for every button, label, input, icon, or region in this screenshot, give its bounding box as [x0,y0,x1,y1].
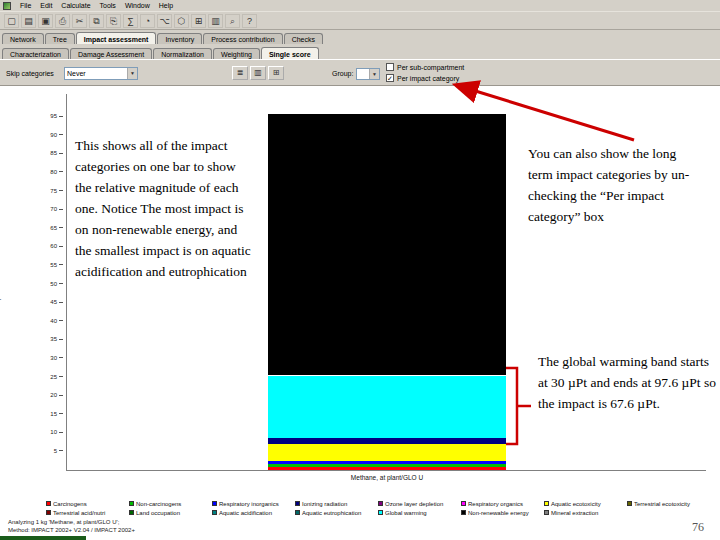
y-tick-50: 50 [42,281,63,287]
legend-item-carcinogens: Carcinogens [46,501,129,507]
y-tick-label: 40 [42,318,57,324]
y-tick-mark [59,357,63,358]
status-line-1: Analyzing 1 kg 'Methane, at plant/GLO U'… [8,519,119,525]
bar-segment-ionizing-radiation[interactable] [268,438,506,444]
y-tick-label: 55 [42,262,57,268]
y-tick-mark [59,339,63,340]
y-tick-55: 55 [42,262,63,268]
y-tick-label: 5 [42,448,57,454]
y-tick-mark [59,209,63,210]
y-axis-line [66,94,67,471]
y-tick-label: 45 [42,299,57,305]
legend-item-terrestrial-acid-nutri: Terrestrial acid/nutri [46,510,129,516]
status-line-2: Method: IMPACT 2002+ V2.04 / IMPACT 2002… [8,527,135,533]
y-tick-mark [59,264,63,265]
y-tick-5: 5 [42,448,63,454]
legend-row-2: Terrestrial acid/nutriLand occupationAqu… [46,508,716,517]
y-tick-mark [59,413,63,414]
y-tick-mark [59,153,63,154]
legend-swatch [461,501,466,506]
legend-label: Carcinogens [53,501,87,507]
chart-legend: CarcinogensNon-carcinogensRespiratory in… [46,499,716,517]
legend-swatch [212,510,217,515]
y-tick-35: 35 [42,336,63,342]
y-tick-10: 10 [42,429,63,435]
y-tick-label: 15 [42,411,57,417]
legend-label: Non-carcinogens [136,501,181,507]
y-tick-mark [59,320,63,321]
legend-item-terrestrial-ecotoxicity: Terrestrial ecotoxicity [627,501,710,507]
legend-swatch [295,501,300,506]
y-tick-40: 40 [42,318,63,324]
annotation-right-bottom: The global warming band starts at 30 µPt… [538,352,716,415]
legend-label: Ozone layer depletion [385,501,443,507]
y-tick-15: 15 [42,411,63,417]
y-tick-mark [59,134,63,135]
y-tick-label: 70 [42,206,57,212]
bar-segment-global-warming[interactable] [268,376,506,438]
bar-segment-aquatic-ecotoxicity[interactable] [268,444,506,461]
y-tick-90: 90 [42,132,63,138]
y-tick-mark [59,190,63,191]
legend-swatch [544,501,549,506]
y-tick-label: 35 [42,336,57,342]
legend-swatch [46,501,51,506]
y-tick-mark [59,227,63,228]
y-tick-mark [59,283,63,284]
y-tick-label: 20 [42,392,57,398]
legend-label: Land occupation [136,510,180,516]
y-tick-25: 25 [42,374,63,380]
y-tick-label: 65 [42,225,57,231]
legend-swatch [378,510,383,515]
bar-segment-respiratory-inorganics[interactable] [268,461,506,464]
legend-item-land-occupation: Land occupation [129,510,212,516]
legend-label: Mineral extraction [551,510,598,516]
y-tick-70: 70 [42,206,63,212]
y-tick-mark [59,302,63,303]
legend-swatch [544,510,549,515]
legend-item-aquatic-acidification: Aquatic acidification [212,510,295,516]
legend-label: Global warming [385,510,427,516]
y-tick-60: 60 [42,243,63,249]
legend-swatch [46,510,51,515]
y-tick-mark [59,432,63,433]
legend-swatch [129,510,134,515]
bar-segment-non-renewable-energy[interactable] [268,114,506,376]
y-tick-mark [59,171,63,172]
legend-label: Ionizing radiation [302,501,347,507]
legend-swatch [212,501,217,506]
page-number: 76 [692,520,704,535]
legend-item-global-warming: Global warming [378,510,461,516]
x-axis-line [66,470,706,471]
legend-label: Aquatic eutrophication [302,510,361,516]
legend-swatch [295,510,300,515]
y-tick-30: 30 [42,355,63,361]
legend-item-ionizing-radiation: Ionizing radiation [295,501,378,507]
annotation-right-top: You can also show the long term impact c… [528,144,702,228]
bar-segment-carcinogens[interactable] [268,467,506,470]
y-tick-label: 25 [42,374,57,380]
y-tick-75: 75 [42,188,63,194]
y-tick-label: 95 [42,113,57,119]
legend-item-respiratory-inorganics: Respiratory inorganics [212,501,295,507]
y-tick-mark [59,376,63,377]
legend-label: Terrestrial acid/nutri [53,510,105,516]
y-tick-20: 20 [42,392,63,398]
legend-item-non-carcinogens: Non-carcinogens [129,501,212,507]
y-tick-label: 90 [42,132,57,138]
legend-swatch [129,501,134,506]
y-tick-label: 50 [42,281,57,287]
legend-label: Non-renewable energy [468,510,529,516]
legend-swatch [461,510,466,515]
legend-label: Aquatic acidification [219,510,272,516]
y-tick-65: 65 [42,225,63,231]
y-tick-85: 85 [42,150,63,156]
y-tick-label: 80 [42,169,57,175]
y-tick-label: 10 [42,429,57,435]
y-tick-label: 85 [42,150,57,156]
y-tick-label: 60 [42,243,57,249]
legend-item-ozone-layer-depletion: Ozone layer depletion [378,501,461,507]
legend-item-respiratory-organics: Respiratory organics [461,501,544,507]
legend-swatch [378,501,383,506]
bar-segment-non-carcinogens[interactable] [268,464,506,468]
